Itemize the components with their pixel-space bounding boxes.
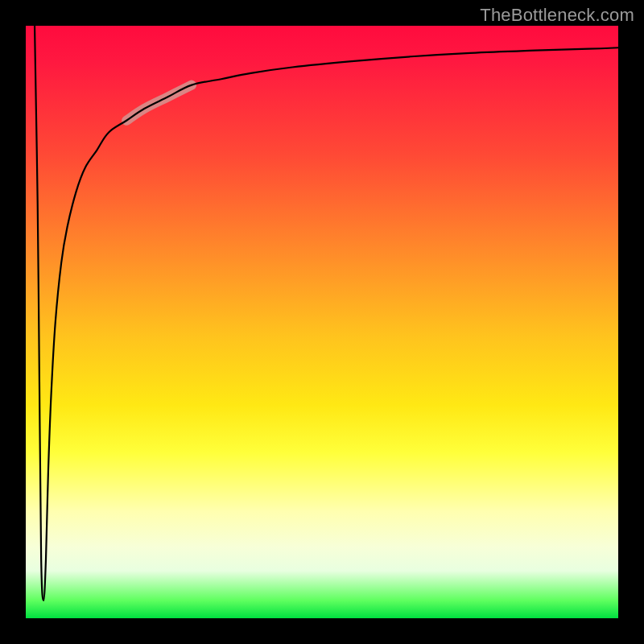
watermark-text: TheBottleneck.com [480,5,634,26]
plot-background-gradient [26,26,618,618]
chart-container: TheBottleneck.com [0,0,644,644]
